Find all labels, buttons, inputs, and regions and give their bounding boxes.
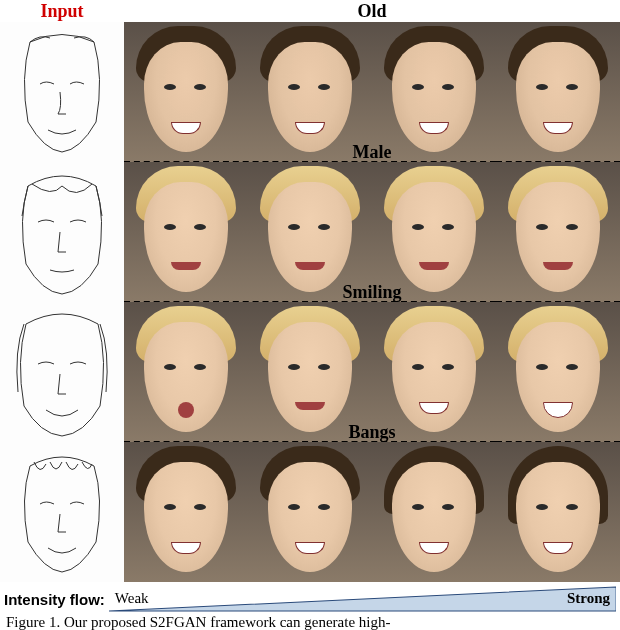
sketch-3	[0, 442, 124, 582]
intensity-wedge: Weak Strong	[109, 586, 616, 612]
photo-2-3	[496, 302, 620, 442]
row-attr-2: Smiling	[124, 282, 620, 303]
row-attr-0: Old	[124, 0, 620, 22]
photo-3-0: Bangs	[124, 442, 248, 582]
photo-3-1	[248, 442, 372, 582]
sep-0	[124, 22, 496, 162]
intensity-weak-label: Weak	[115, 590, 149, 607]
sketch-cell-0	[0, 22, 124, 162]
intensity-strong-label: Strong	[567, 590, 610, 607]
svg-marker-0	[109, 587, 616, 611]
sketch-cell-3	[0, 442, 124, 582]
photo-3-3	[496, 442, 620, 582]
sep-2	[124, 302, 496, 442]
photo-1-3	[496, 162, 620, 302]
sketch-0	[0, 22, 124, 162]
input-column-label: Input	[0, 0, 124, 22]
row-attr-1: Male	[124, 142, 620, 163]
photo-0-3	[496, 22, 620, 162]
sketch-cell-2	[0, 302, 124, 442]
intensity-flow-row: Intensity flow: Weak Strong	[0, 582, 620, 612]
figure-caption: Figure 1. Our proposed S2FGAN framework …	[0, 612, 620, 630]
sketch-cell-1	[0, 162, 124, 302]
sep-1	[124, 162, 496, 302]
row-attr-3: Bangs	[124, 422, 620, 443]
sketch-1	[0, 162, 124, 302]
sketch-2	[0, 302, 124, 442]
photo-3-2	[372, 442, 496, 582]
intensity-flow-label: Intensity flow:	[4, 591, 105, 608]
figure-grid: Input Old	[0, 0, 620, 630]
